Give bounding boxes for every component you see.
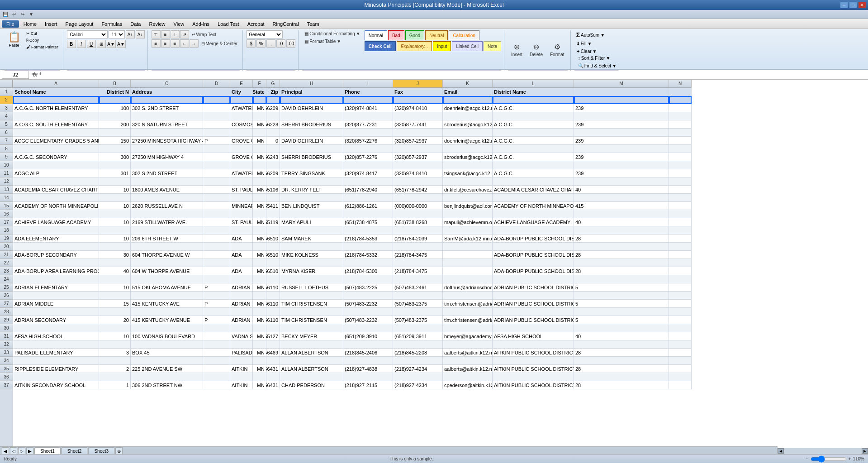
cell-C13[interactable]: 1800 AMES AVENUE <box>131 186 203 194</box>
cell-K17[interactable]: mapuli@achievemn.org <box>443 218 493 226</box>
cell-D37[interactable] <box>203 381 230 389</box>
col-header-C[interactable]: C <box>131 80 203 88</box>
cell-N37[interactable] <box>669 381 692 389</box>
cell-G4[interactable] <box>266 112 280 120</box>
cell-F21[interactable]: MN <box>253 251 266 259</box>
row-header-25[interactable]: 25 <box>0 283 13 292</box>
cell-M1[interactable] <box>574 88 669 96</box>
cell-F5[interactable]: MN <box>253 120 266 129</box>
cell-D35[interactable] <box>203 365 230 373</box>
cell-G21[interactable]: 56510 <box>266 251 280 259</box>
cell-K13[interactable]: dr.kfelt@cesarchavezschool.com <box>443 186 493 194</box>
cell-L28[interactable] <box>493 308 574 316</box>
cell-F7[interactable]: MN <box>253 137 266 145</box>
cell-C25[interactable]: 515 OKLAHOMA AVENUE <box>131 283 203 292</box>
cell-A4[interactable] <box>13 112 99 120</box>
cell-M36[interactable] <box>574 373 669 381</box>
cell-D3[interactable] <box>203 104 230 112</box>
menu-home[interactable]: Home <box>20 20 40 28</box>
cell-N22[interactable] <box>669 259 692 267</box>
cell-F16[interactable] <box>253 210 266 218</box>
cell-L10[interactable] <box>493 161 574 169</box>
zoom-in-button[interactable]: + <box>849 456 851 461</box>
cell-D8[interactable] <box>203 145 230 153</box>
cell-D32[interactable] <box>203 340 230 349</box>
cell-K15[interactable]: benjlindquist@aol.com <box>443 202 493 210</box>
cell-N34[interactable] <box>669 357 692 365</box>
cell-D9[interactable] <box>203 153 230 161</box>
cell-N9[interactable] <box>669 153 692 161</box>
cell-N8[interactable] <box>669 145 692 153</box>
cell-J35[interactable]: (218)927-4234 <box>393 365 443 373</box>
cell-K25[interactable]: rlofthus@adrianschool.com <box>443 283 493 292</box>
scroll-right-button[interactable]: ▶ <box>862 448 868 454</box>
cell-H10[interactable] <box>280 161 343 169</box>
cell-N31[interactable] <box>669 332 692 340</box>
cell-F6[interactable] <box>253 129 266 137</box>
cell-N19[interactable] <box>669 235 692 243</box>
cell-A12[interactable] <box>13 177 99 186</box>
cell-M2[interactable] <box>574 96 669 104</box>
cell-G14[interactable] <box>266 194 280 202</box>
cell-I27[interactable]: (507)483-2232 <box>343 300 393 308</box>
cell-I4[interactable] <box>343 112 393 120</box>
row-header-28[interactable]: 28 <box>0 308 13 316</box>
cell-E16[interactable] <box>230 210 253 218</box>
cell-F11[interactable]: MN <box>253 169 266 177</box>
cell-G30[interactable] <box>266 324 280 332</box>
cell-L2[interactable] <box>493 96 574 104</box>
cell-I23[interactable]: (218)784-5300 <box>343 267 393 275</box>
col-header-D[interactable]: D <box>203 80 230 88</box>
cell-B12[interactable] <box>99 177 131 186</box>
col-header-I[interactable]: I <box>343 80 393 88</box>
cell-E13[interactable]: ST. PAUL <box>230 186 253 194</box>
cell-F10[interactable] <box>253 161 266 169</box>
cell-E9[interactable]: GROVE CITY <box>230 153 253 161</box>
cell-J1[interactable]: Fax <box>393 88 443 96</box>
cell-B6[interactable] <box>99 129 131 137</box>
cell-N15[interactable] <box>669 202 692 210</box>
cell-A11[interactable]: ACGC ALP <box>13 169 99 177</box>
cell-N3[interactable] <box>669 104 692 112</box>
cell-N26[interactable] <box>669 292 692 300</box>
font-size-select[interactable]: 11 <box>109 30 125 38</box>
cell-L9[interactable]: A.C.G.C. <box>493 153 574 161</box>
cell-H30[interactable] <box>280 324 343 332</box>
cell-I11[interactable]: (320)974-8417 <box>343 169 393 177</box>
cell-G6[interactable] <box>266 129 280 137</box>
cell-D15[interactable] <box>203 202 230 210</box>
cell-M26[interactable] <box>574 292 669 300</box>
insert-cells-button[interactable]: ⊕ Insert <box>508 38 526 62</box>
cell-H35[interactable]: ALLAN ALBERTSON <box>280 365 343 373</box>
cell-D29[interactable]: P <box>203 316 230 324</box>
style-explanatory-button[interactable]: Explanatory... <box>397 41 432 51</box>
sheet-tab-3[interactable]: Sheet3 <box>88 447 114 455</box>
zoom-slider[interactable] <box>811 455 847 463</box>
cell-A20[interactable] <box>13 243 99 251</box>
cell-F24[interactable] <box>253 275 266 283</box>
cell-H1[interactable]: Principal <box>280 88 343 96</box>
cell-J32[interactable] <box>393 340 443 349</box>
cell-H8[interactable] <box>280 145 343 153</box>
cell-B34[interactable] <box>99 357 131 365</box>
row-header-1[interactable]: 1 <box>0 88 13 96</box>
align-right-button[interactable]: ≡ <box>171 39 180 48</box>
qa-dropdown-button[interactable]: ▼ <box>28 11 35 18</box>
cell-F22[interactable] <box>253 259 266 267</box>
cell-K23[interactable] <box>443 267 493 275</box>
cell-B30[interactable] <box>99 324 131 332</box>
cell-K14[interactable] <box>443 194 493 202</box>
cell-C7[interactable]: 27250 MINNESOTA HIGHWAY 4 <box>131 137 203 145</box>
cell-J28[interactable] <box>393 308 443 316</box>
sort-filter-button[interactable]: ↕ Sort & Filter ▼ <box>576 55 618 62</box>
cell-F14[interactable] <box>253 194 266 202</box>
cell-J5[interactable]: (320)877-7441 <box>393 120 443 129</box>
cell-J22[interactable] <box>393 259 443 267</box>
cell-B27[interactable]: 15 <box>99 300 131 308</box>
currency-button[interactable]: $ <box>247 39 256 48</box>
delete-cells-button[interactable]: ⊖ Delete <box>526 38 546 62</box>
cell-M13[interactable]: 40 <box>574 186 669 194</box>
cell-E27[interactable]: ADRIAN <box>230 300 253 308</box>
cell-G10[interactable] <box>266 161 280 169</box>
cell-K24[interactable] <box>443 275 493 283</box>
